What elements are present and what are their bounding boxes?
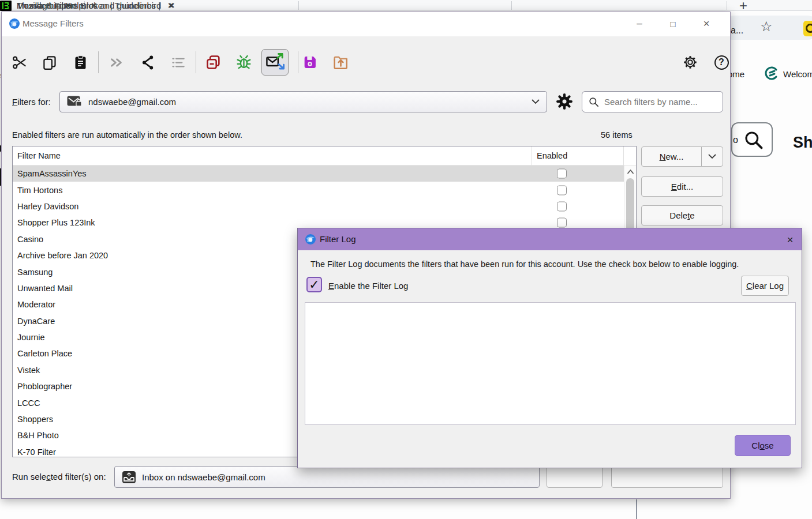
folder-up-arrow-icon [332,54,349,71]
table-row[interactable]: Harley Davidson [13,198,624,215]
support-site-favicon [0,1,12,11]
clipboard-icon [73,55,88,70]
dialog-title: Filter Log [320,234,356,244]
paste-button[interactable] [67,49,93,76]
dialog-close-button[interactable]: Close [735,435,791,456]
filter-log-button[interactable] [611,466,723,488]
filter-name: B&H Photo [17,431,59,440]
run-folder-dropdown[interactable]: Inbox on ndswaebe@gmail.com [114,466,540,488]
filter-name: Moderator [17,300,55,309]
filter-name: Harley Davidson [17,202,78,211]
filter-name: SpamAssassinYes [17,169,87,178]
edit-filter-button[interactable]: Edit... [641,176,723,197]
page-divider-line [636,499,637,519]
tab-close-icon[interactable]: × [89,0,99,11]
bookmark-item-fragment[interactable]: Welcom [783,69,812,79]
filter-options-gear-button[interactable] [556,93,573,112]
enable-filter-log-checkbox[interactable]: ✓ [306,277,322,292]
browser-tab[interactable]: Thunderbird Help × [0,0,99,11]
filter-name: Vistek [17,366,40,375]
branch-arrow-icon [140,55,155,70]
bookmark-star-icon[interactable]: ☆ [760,18,773,35]
table-row[interactable]: Tim Hortons [13,182,624,198]
chevron-down-icon [532,99,540,104]
column-header-filter-name[interactable]: Filter Name [17,151,61,160]
filters-for-label: Filters for: [12,97,51,107]
gear-icon [682,54,698,70]
filter-name: Casino [17,235,43,244]
clear-log-button[interactable]: Clear Log [741,276,789,296]
welcome-site-logo-icon[interactable] [764,66,779,83]
truncated-tab-close-icon[interactable]: × [62,0,73,11]
forward-button[interactable] [103,49,129,76]
page-search-box[interactable]: o [731,122,773,157]
question-mark-icon: ? [714,55,729,70]
filter-name: LCCC [17,398,40,408]
account-dropdown[interactable]: ndswaebe@gmail.com [59,91,547,112]
list-view-button[interactable] [164,49,191,76]
tab-separator [298,1,299,10]
bug-icon [235,54,252,71]
purple-save-icon [302,54,318,70]
filter-name: Archive before Jan 2020 [17,251,108,260]
chevron-down-icon [708,154,716,159]
import-button[interactable] [327,49,354,76]
filter-enabled-checkbox[interactable] [557,218,567,228]
new-button-label[interactable]: New... [642,152,701,161]
filter-log-dialog: Filter Log × The Filter Log documents th… [297,228,802,468]
new-tab-button[interactable]: + [739,0,747,14]
column-divider [532,146,532,166]
help-button[interactable]: ? [708,49,735,76]
copy-button[interactable] [36,49,63,76]
cut-button[interactable] [6,49,32,76]
dialog-titlebar[interactable]: Filter Log × [298,228,802,250]
window-title: Message Filters [23,18,84,28]
tab-close-icon[interactable]: × [166,0,176,11]
filter-name: Phoblographer [17,382,72,391]
search-input[interactable] [582,91,723,112]
redirect-button[interactable] [134,49,160,76]
mail-sync-icon [265,52,285,72]
delete-filter-button[interactable]: Delete [641,205,723,225]
log-content-area[interactable] [305,302,796,425]
red-copy-minus-icon [205,54,222,70]
dialog-description: The Filter Log documents the filters tha… [310,260,739,269]
copy-icon [42,55,58,70]
column-divider [623,146,624,166]
checkmark-icon: ✓ [309,279,319,291]
tab-separator [511,1,512,10]
items-count: 56 items [601,130,633,140]
page-heading-fragment: Sh [793,134,812,152]
junk-button[interactable] [230,49,257,76]
window-titlebar[interactable]: Message Filters – □ × [2,12,730,36]
gear-icon [556,93,573,110]
filter-name: Shoppers [17,415,53,424]
settings-gear-button[interactable] [677,49,704,76]
new-filter-split-button[interactable]: New... [641,146,723,167]
filter-enabled-checkbox[interactable] [557,169,567,179]
close-button[interactable]: × [698,16,715,32]
filter-enabled-checkbox[interactable] [557,185,567,195]
run-filters-label: Run selected filter(s) on: [12,472,106,482]
save-button[interactable] [297,49,323,76]
scroll-up-icon[interactable] [627,169,634,175]
column-header-enabled[interactable]: Enabled [537,151,567,160]
extension-icon[interactable] [803,21,812,36]
table-row[interactable]: SpamAssassinYes [13,166,624,182]
get-messages-button-selected[interactable] [261,49,289,76]
new-button-dropdown[interactable] [702,147,723,166]
run-now-button[interactable] [547,466,603,488]
archive-button[interactable] [200,49,227,76]
minimize-button[interactable]: – [631,16,648,32]
enable-filter-log-label[interactable]: Enable the Filter Log [328,281,408,291]
extension-glyph [806,24,812,33]
filter-name: DynaCare [17,317,55,326]
screen: Message Filters Broken | Thunderbird × M… [0,0,812,519]
filter-name: Journie [17,333,45,342]
info-text: Enabled filters are run automatically in… [12,130,242,140]
filter-name: Shopper Plus 123Ink [17,218,95,227]
maximize-button[interactable]: □ [664,16,682,32]
page-search-text-fragment: o [733,135,738,145]
filter-enabled-checkbox[interactable] [557,201,567,211]
dialog-close-icon[interactable]: × [781,232,799,247]
